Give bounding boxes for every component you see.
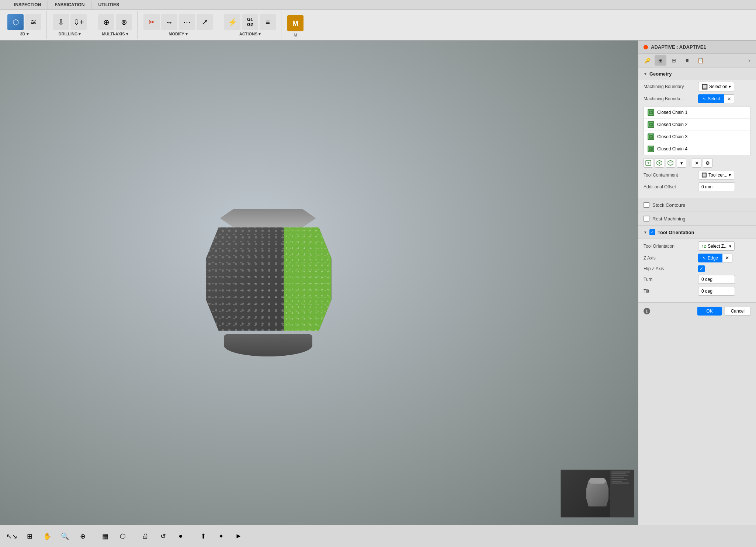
toolbar-icon-multi2[interactable]: ⊗ — [116, 14, 132, 30]
chain-item-3[interactable]: Closed Chain 3 — [644, 131, 750, 143]
z-axis-close-button[interactable]: ✕ — [722, 254, 732, 262]
flip-z-checkbox[interactable]: ✓ — [698, 265, 705, 272]
panel-tab-list[interactable]: ≡ — [681, 55, 693, 66]
toolbar-icon-modify3[interactable]: ⋯ — [179, 14, 195, 30]
toolbar-icon-modify2[interactable]: ↔ — [161, 14, 177, 30]
toolbar-label-multiaxis[interactable]: MULTI-AXIS ▾ — [102, 32, 128, 36]
status-move-icon[interactable]: ↖↘ — [5, 530, 18, 543]
toolbar-icon-modify4[interactable]: ⤢ — [197, 14, 213, 30]
chain-label-2: Closed Chain 2 — [657, 122, 687, 127]
additional-offset-control — [698, 182, 751, 191]
toolbar-label-modify[interactable]: MODIFY ▾ — [169, 32, 188, 36]
panel-tab-clip[interactable]: 📋 — [694, 55, 706, 66]
machining-boundary-dropdown[interactable]: 🔲 Selection ▾ — [698, 82, 734, 91]
tool-orient-control: ↑z Select Z... ▾ — [698, 241, 751, 251]
toolbar-icon-multi1[interactable]: ⊕ — [98, 14, 114, 30]
tool-orient-chevron-icon: ▾ — [729, 244, 731, 249]
geometry-section-title: Geometry — [649, 71, 672, 77]
viewport[interactable] — [0, 41, 638, 525]
status-play-icon[interactable]: ► — [232, 530, 245, 543]
rest-machining-checkbox[interactable] — [644, 216, 649, 222]
panel-tab-key[interactable]: 🔑 — [641, 55, 653, 66]
turn-label: Turn — [644, 277, 695, 282]
toolbar-icon-m[interactable]: M — [287, 15, 304, 31]
cancel-button[interactable]: Cancel — [725, 307, 751, 316]
ok-button[interactable]: OK — [697, 307, 721, 316]
thumbnail-overlay — [561, 470, 634, 518]
stock-contours-label: Stock Contours — [652, 202, 685, 208]
tool-orient-dropdown[interactable]: ↑z Select Z... ▾ — [698, 241, 735, 251]
info-icon: ℹ — [644, 308, 650, 314]
toolbar-icon-3d1[interactable]: ⬡ — [7, 14, 24, 30]
right-panel: ADAPTIVE : ADAPTIVE1 🔑 ⊞ ⊟ ≡ 📋 › ▼ Geome… — [638, 41, 756, 525]
toolbar-icon-drill2[interactable]: ⇩+ — [70, 14, 87, 30]
status-divider-2 — [134, 531, 134, 541]
tab-fabrication[interactable]: FABRICATION — [48, 1, 91, 9]
tilt-input[interactable] — [698, 287, 735, 296]
status-display-icon[interactable]: ▦ — [98, 530, 112, 543]
status-search-icon[interactable]: 🔍 — [58, 530, 72, 543]
panel-tab-grid1[interactable]: ⊞ — [655, 55, 666, 66]
machining-boundary2-label: Machining Bounda... — [644, 96, 695, 101]
cursor-icon: ↖ — [703, 96, 706, 101]
toolbar-label-3d[interactable]: 3D ▾ — [20, 32, 28, 36]
status-grid-icon[interactable]: ⊞ — [23, 530, 36, 543]
machining-boundary-value: Selection — [709, 84, 727, 89]
status-print-icon[interactable]: 🖨 — [139, 530, 152, 543]
toolbar-multiaxis-section: ⊕ ⊗ MULTI-AXIS ▾ — [94, 11, 138, 39]
machining-boundary-label: Machining Boundary — [644, 84, 695, 89]
status-record-icon[interactable]: ● — [174, 530, 187, 543]
chevron-down-icon: ▾ — [729, 84, 731, 89]
chain-tool-add-body[interactable] — [644, 158, 653, 168]
info-buttons: OK Cancel — [697, 307, 751, 316]
toolbar-label-actions[interactable]: ACTIONS ▾ — [239, 32, 261, 36]
status-star-icon[interactable]: ✦ — [214, 530, 228, 543]
tool-orientation-checkbox[interactable]: ✓ — [649, 229, 655, 235]
tool-orientation-header[interactable]: ▼ ✓ Tool Orientation — [638, 226, 756, 238]
tab-inspection[interactable]: INSPECTION — [7, 1, 48, 9]
panel-content: ▼ Geometry Machining Boundary 🔲 Selectio… — [638, 67, 756, 525]
chain-tool-settings[interactable]: ⚙ — [703, 158, 712, 168]
panel-tab-grid2[interactable]: ⊟ — [668, 55, 680, 66]
stock-contours-row[interactable]: Stock Contours — [638, 198, 756, 212]
flip-z-axis-row: Flip Z Axis ✓ — [644, 265, 751, 272]
select-button[interactable]: ↖ Select — [698, 94, 724, 103]
additional-offset-input[interactable] — [698, 182, 735, 191]
chain-tool-remove[interactable]: ✕ — [692, 158, 701, 168]
thumb-line-4 — [611, 477, 624, 478]
tab-utilities[interactable]: UTILITIES — [91, 1, 126, 9]
chain-icon-3 — [648, 133, 654, 140]
chain-item-2[interactable]: Closed Chain 2 — [644, 119, 750, 131]
toolbar-icon-modify1[interactable]: ✂ — [143, 14, 160, 30]
close-select-button[interactable]: ✕ — [724, 94, 734, 103]
panel-tab-more[interactable]: › — [746, 55, 753, 66]
toolbar-icon-action1[interactable]: ⚡ — [224, 14, 240, 30]
tool-containment-dropdown[interactable]: 🔲 Tool cer... ▾ — [698, 171, 734, 180]
chain-tool-add-face[interactable] — [655, 158, 664, 168]
rest-machining-row[interactable]: Rest Machining — [638, 212, 756, 226]
tool-orient-row: Tool Orientation ↑z Select Z... ▾ — [644, 241, 751, 251]
chain-item-4[interactable]: Closed Chain 4 — [644, 143, 750, 155]
stock-contours-checkbox[interactable] — [644, 202, 649, 208]
status-up-icon[interactable]: ⬆ — [197, 530, 210, 543]
z-axis-row: Z Axis ↖ Edge ✕ — [644, 254, 751, 262]
tool-containment-label: Tool Containment — [644, 173, 695, 178]
tool-orient-label: Tool Orientation — [644, 244, 695, 249]
status-pan-icon[interactable]: ✋ — [41, 530, 54, 543]
turn-input[interactable] — [698, 275, 735, 284]
toolbar: INSPECTION FABRICATION UTILITIES ⬡ ≋ 3D … — [0, 0, 756, 41]
toolbar-icon-drill1[interactable]: ⇩ — [53, 14, 69, 30]
thumb-line-2 — [611, 473, 626, 474]
chain-item-1[interactable]: Closed Chain 1 — [644, 107, 750, 119]
toolbar-icon-action3[interactable]: ≡ — [260, 14, 276, 30]
status-3d-icon[interactable]: ⬡ — [116, 530, 129, 543]
z-axis-select-button[interactable]: ↖ Edge — [698, 254, 722, 262]
toolbar-label-drilling[interactable]: DRILLING ▾ — [59, 32, 81, 36]
status-refresh-icon[interactable]: ↺ — [156, 530, 170, 543]
chain-tool-dropdown[interactable]: ▾ — [677, 158, 686, 168]
toolbar-icon-g1g2[interactable]: G1G2 — [242, 14, 258, 30]
chain-tool-add-edge[interactable] — [666, 158, 675, 168]
geometry-section-header[interactable]: ▼ Geometry — [638, 67, 756, 80]
status-zoom-icon[interactable]: ⊕ — [76, 530, 89, 543]
toolbar-icon-3d2[interactable]: ≋ — [25, 14, 41, 30]
